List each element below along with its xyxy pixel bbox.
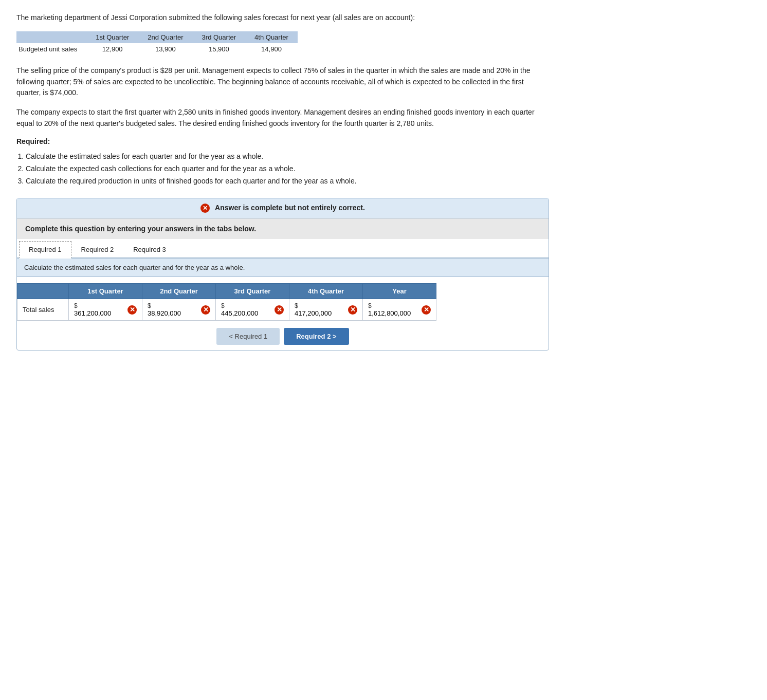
error-icon-q3: ✕ (275, 305, 284, 315)
error-icon-q2: ✕ (201, 305, 210, 315)
forecast-header-q4: 4th Quarter (245, 31, 298, 43)
sales-cell-q1: $ ✕ (69, 299, 142, 321)
sales-table-wrap: 1st Quarter 2nd Quarter 3rd Quarter 4th … (17, 277, 549, 321)
sales-header-q4: 4th Quarter (289, 284, 363, 299)
forecast-header-q2: 2nd Quarter (138, 31, 192, 43)
tabs-row: Required 1 Required 2 Required 3 (17, 240, 549, 259)
tab-required-3[interactable]: Required 3 (123, 241, 176, 259)
sales-table: 1st Quarter 2nd Quarter 3rd Quarter 4th … (17, 283, 436, 321)
sales-header-empty (17, 284, 69, 299)
sales-cell-q4: $ ✕ (289, 299, 363, 321)
req-item-1: Calculate the estimated sales for each q… (26, 151, 549, 163)
forecast-val-q1: 12,900 (86, 43, 138, 55)
forecast-header-empty (16, 31, 86, 43)
dollar-q1: $ (74, 302, 125, 309)
sales-cell-q2: $ ✕ (142, 299, 216, 321)
error-icon-q4: ✕ (348, 305, 357, 315)
input-q2[interactable] (148, 309, 199, 317)
error-icon-q1: ✕ (127, 305, 137, 315)
input-year[interactable] (368, 309, 419, 317)
sales-cell-q3: $ ✕ (216, 299, 289, 321)
forecast-header-q1: 1st Quarter (86, 31, 138, 43)
dollar-q3: $ (221, 302, 272, 309)
tab-content-description: Calculate the estimated sales for each q… (17, 259, 549, 277)
req-item-2: Calculate the expected cash collections … (26, 163, 549, 175)
req-item-3: Calculate the required production in uni… (26, 175, 549, 188)
intro-text-1: The marketing department of Jessi Corpor… (16, 12, 549, 23)
nav-buttons: < Required 1 Required 2 > (17, 328, 549, 350)
error-icon-year: ✕ (422, 305, 431, 315)
error-icon: ✕ (200, 204, 210, 213)
answer-banner: ✕ Answer is complete but not entirely co… (17, 198, 549, 218)
forecast-header-q3: 3rd Quarter (193, 31, 245, 43)
forecast-val-q3: 15,900 (193, 43, 245, 55)
forecast-val-q2: 13,900 (138, 43, 192, 55)
forecast-table: 1st Quarter 2nd Quarter 3rd Quarter 4th … (16, 31, 298, 55)
next-button[interactable]: Required 2 > (284, 328, 349, 345)
answer-box: ✕ Answer is complete but not entirely co… (16, 198, 549, 351)
sales-cell-year: $ ✕ (363, 299, 436, 321)
input-q4[interactable] (295, 309, 346, 317)
prev-button[interactable]: < Required 1 (216, 328, 280, 345)
dollar-q4: $ (295, 302, 346, 309)
dollar-year: $ (368, 302, 419, 309)
tab-required-2[interactable]: Required 2 (71, 241, 124, 259)
sales-header-year: Year (363, 284, 436, 299)
required-list: Calculate the estimated sales for each q… (26, 151, 549, 187)
dollar-q2: $ (148, 302, 199, 309)
intro-text-3: The company expects to start the first q… (16, 107, 549, 129)
sales-row: Total sales $ ✕ (17, 299, 436, 321)
forecast-val-q4: 14,900 (245, 43, 298, 55)
banner-text: Answer is complete but not entirely corr… (215, 204, 365, 212)
required-label: Required: (16, 137, 549, 145)
tab-required-1[interactable]: Required 1 (19, 241, 71, 259)
sales-header-q2: 2nd Quarter (142, 284, 216, 299)
sales-header-q1: 1st Quarter (69, 284, 142, 299)
intro-text-2: The selling price of the company's produ… (16, 65, 549, 99)
complete-msg: Complete this question by entering your … (17, 218, 549, 239)
sales-header-q3: 3rd Quarter (216, 284, 289, 299)
input-q3[interactable] (221, 309, 272, 317)
sales-row-label: Total sales (17, 299, 69, 321)
forecast-row-label: Budgeted unit sales (16, 43, 86, 55)
input-q1[interactable] (74, 309, 125, 317)
